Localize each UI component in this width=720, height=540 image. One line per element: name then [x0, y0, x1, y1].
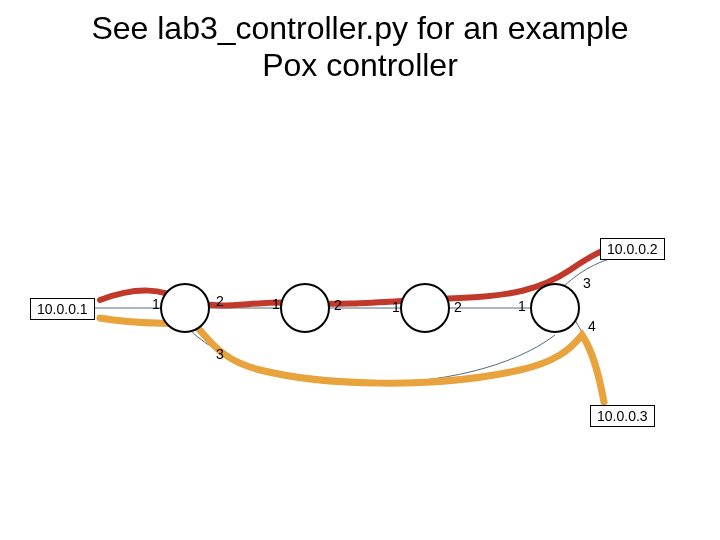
port-s2-2: 2: [334, 297, 342, 313]
host-1-label: 10.0.0.1: [37, 301, 88, 317]
port-s1-1: 1: [152, 296, 160, 312]
port-s1-3: 3: [216, 346, 224, 362]
switch-4: [531, 284, 579, 332]
host-3: 10.0.0.3: [590, 405, 655, 427]
port-s1-2: 2: [216, 293, 224, 309]
port-s4-3: 3: [583, 275, 591, 291]
host-1: 10.0.0.1: [30, 298, 95, 320]
port-s4-1: 1: [518, 298, 526, 314]
topology-diagram: [0, 0, 720, 540]
host-2-label: 10.0.0.2: [607, 241, 658, 257]
port-s3-2: 2: [454, 299, 462, 315]
switch-1: [161, 284, 209, 332]
switch-2: [281, 284, 329, 332]
port-s4-4: 4: [588, 318, 596, 334]
port-s3-1: 1: [392, 299, 400, 315]
host-3-label: 10.0.0.3: [597, 408, 648, 424]
port-s2-1: 1: [272, 296, 280, 312]
switch-3: [401, 284, 449, 332]
host-2: 10.0.0.2: [600, 238, 665, 260]
